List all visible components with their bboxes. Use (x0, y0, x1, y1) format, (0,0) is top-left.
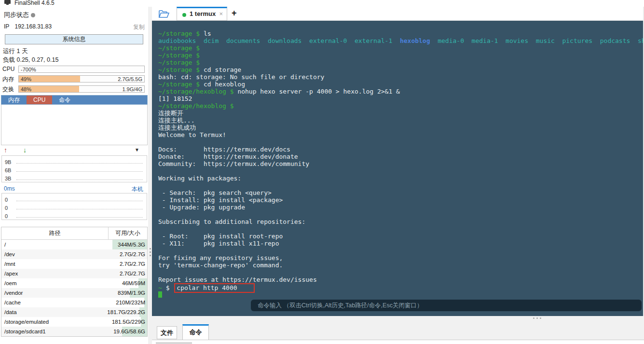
disk-size-text: 181.5G/229G (112, 317, 145, 327)
disk-size-header[interactable]: 可用/大小 (109, 227, 147, 239)
terminal-text: ~/storage $ (158, 81, 204, 88)
tab-termux[interactable]: 1 termux × (177, 7, 227, 21)
window-title: FinalShell 4.6.5 (14, 0, 55, 6)
tab-files[interactable]: 文件 (157, 326, 177, 339)
graph-gridline (16, 171, 143, 172)
ping-label-row: 0ms 本机 (0, 185, 148, 193)
disk-path-cell: /data (1, 309, 109, 315)
graph-gridline (16, 209, 143, 209)
terminal-line: Report issues at https://termux.dev/issu… (158, 276, 643, 283)
open-folder-icon[interactable] (158, 10, 170, 20)
meter-row: 交换48%1.9G/4G (0, 85, 148, 93)
disk-size-cell: 2.7G/2.7G (109, 259, 147, 269)
terminal-line (158, 225, 643, 233)
terminal-line: - Upgrade: pkg upgrade (158, 204, 643, 211)
terminal-text: - Root: pkg install root-repo (158, 233, 283, 240)
terminal-output: ~/storage $ lsaudiobooks dcim documents … (158, 30, 643, 298)
graph-gridline (16, 163, 143, 164)
annotation-highlight-box: cpolar http 4000 (174, 283, 254, 293)
disk-size-cell: 839M/1.9G (109, 288, 147, 298)
tab-commands[interactable]: 命令 (182, 324, 209, 340)
process-list-box[interactable] (1, 105, 148, 145)
bottom-panel: 文件 命令 默认分类 (152, 316, 644, 344)
disk-table-row[interactable]: /data181.7G/229.2G (1, 307, 147, 317)
disk-path-header[interactable]: 路径 (1, 227, 109, 239)
download-arrow-icon: ↓ (23, 146, 27, 154)
terminal-line: Working with packages: (158, 175, 643, 182)
terminal-line: ~/storage $ (158, 59, 643, 66)
disk-table-row[interactable]: /mnt2.7G/2.7G (1, 259, 147, 269)
terminal-line: ~/storage/hexoblog $ nohup hexo server -… (158, 88, 643, 95)
chevron-down-icon[interactable]: ▼ (135, 147, 139, 152)
disk-size-text: 46M/59M (122, 278, 145, 288)
disk-table-row[interactable]: /344M/5.3G (1, 240, 147, 249)
monitor-tab-CPU[interactable]: CPU (27, 96, 52, 104)
meter-row: CPU-700% (0, 66, 148, 73)
meter-value: 2.7G/5.5G (118, 76, 142, 83)
terminal-screen[interactable]: ~/storage $ lsaudiobooks dcim documents … (152, 21, 643, 316)
disk-table-row[interactable]: /storage/emulated181.5G/229G (1, 317, 147, 327)
terminal-text: Welcome to Termux! (158, 131, 226, 138)
disk-path-cell: /dev (1, 251, 109, 257)
monitor-tab-内存[interactable]: 内存 (1, 96, 27, 104)
new-tab-button[interactable]: + (232, 8, 237, 18)
disk-size-text: 2.7G/2.7G (120, 249, 145, 259)
disk-path-cell: /oem (1, 280, 109, 286)
terminal-text: Community: https://termux.dev/community (158, 160, 309, 167)
disk-table-row[interactable]: /cache210M/232M (1, 298, 147, 307)
close-tab-icon[interactable]: × (219, 10, 223, 17)
terminal-text: 连接主机成功 (158, 124, 196, 131)
disk-path-cell: /cache (1, 300, 109, 305)
graph-row: 3B (2, 174, 147, 182)
ping-host[interactable]: 本机 (132, 185, 143, 193)
terminal-line: Docs: https://termux.dev/docs (158, 146, 643, 153)
disk-size-text: 839M/1.9G (118, 288, 145, 298)
disk-table-row[interactable]: /oem46M/59M (1, 278, 147, 288)
disk-size-text: 2.7G/2.7G (120, 269, 145, 278)
disk-table-row[interactable]: /apex2.7G/2.7G (1, 269, 147, 278)
disk-size-cell: 210M/232M (109, 298, 147, 307)
disk-table-row[interactable]: /vendor839M/1.9G (1, 288, 147, 298)
disk-size-cell: 46M/59M (109, 278, 147, 288)
disk-path-cell: /mnt (1, 261, 109, 267)
meter-label: 内存 (2, 75, 14, 83)
terminal-line: - Search: pkg search <query> (158, 189, 643, 196)
terminal-line: ~/storage $ (158, 44, 643, 52)
terminal-text: bash: cd: storage: No such file or direc… (158, 73, 324, 81)
terminal-line (158, 211, 643, 218)
panel-splitter[interactable] (148, 7, 152, 344)
meter-label: CPU (2, 66, 14, 72)
terminal-line: try 'termux-change-repo' command. (158, 261, 643, 269)
disk-table-row[interactable]: /storage/sdcard119.6G/58.6G (1, 327, 147, 336)
terminal-text: ls (204, 30, 211, 37)
terminal-line: 连接主机... (158, 117, 643, 124)
terminal-text: - Search: pkg search <query> (158, 189, 272, 196)
command-input-hint[interactable]: 命令输入 （双击Ctrl切换,Alt历史,Tab路径/命令,Esc关闭窗口） (251, 300, 642, 311)
system-info-button[interactable]: 系统信息 (5, 34, 143, 44)
monitor-tab-命令[interactable]: 命令 (52, 96, 77, 104)
terminal-line: - Root: pkg install root-repo (158, 233, 643, 240)
copy-ip-button[interactable]: 复制 (133, 23, 145, 31)
terminal-line: ~/storage $ cd storage (158, 66, 643, 73)
terminal-text: Docs: https://termux.dev/docs (158, 146, 290, 153)
disk-path-cell: /storage/emulated (1, 319, 109, 325)
terminal-text: ~/storage $ (158, 44, 200, 52)
terminal-text: Working with packages: (158, 175, 241, 182)
terminal-text: Subscribing to additional repositories: (158, 218, 305, 225)
terminal-line (158, 247, 643, 254)
terminal-text: audiobooks dcim documents downloads exte… (158, 37, 400, 44)
graph-gridline (16, 201, 143, 201)
meter-bar: 48%1.9G/4G (18, 85, 145, 93)
disk-size-cell: 2.7G/2.7G (109, 249, 147, 259)
terminal-line: ~/storage $ (158, 52, 643, 59)
splitter-grip-icon[interactable] (150, 248, 151, 259)
terminal-line: [1] 18152 (158, 95, 643, 102)
disk-size-cell: 181.5G/229G (109, 317, 147, 327)
network-legend-row: ↑ ↓ ▼ (0, 146, 148, 154)
horizontal-splitter-grip-icon[interactable] (533, 317, 546, 320)
disk-path-cell: /storage/sdcard1 (1, 329, 109, 334)
default-category-item[interactable]: 默认分类 (156, 342, 192, 344)
disk-table: 路径 可用/大小 /344M/5.3G/dev2.7G/2.7G/mnt2.7G… (1, 227, 148, 337)
terminal-line: ~ $ cpolar http 4000 (158, 283, 643, 290)
disk-table-row[interactable]: /dev2.7G/2.7G (1, 249, 147, 259)
